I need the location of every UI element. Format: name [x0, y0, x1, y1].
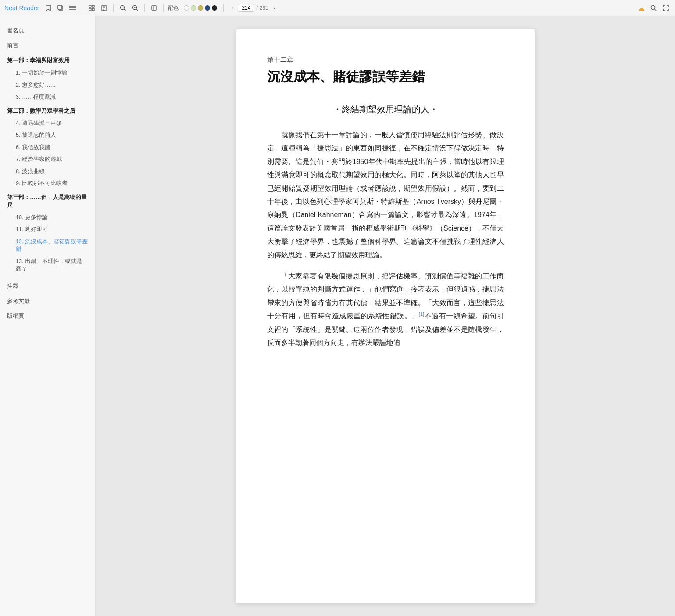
svg-rect-19	[152, 6, 156, 10]
sidebar-item-ch13[interactable]: 13. 出錯、不理性，或就是蠢？	[0, 256, 95, 275]
separator-1	[82, 4, 82, 12]
color-dots	[184, 5, 217, 11]
page-navigation: ‹ / 281 ›	[228, 4, 278, 12]
cloud-sync-icon[interactable]: ☁	[636, 3, 646, 13]
grid-icon[interactable]	[87, 3, 96, 13]
color-label: 配色	[168, 4, 179, 12]
sidebar-section-part3: 第三部：……但，人是萬物的量尺	[0, 190, 95, 212]
bookmark-icon[interactable]	[43, 3, 53, 13]
svg-rect-5	[89, 5, 91, 7]
svg-line-14	[124, 9, 126, 11]
sidebar-item-ch3[interactable]: 3. ……程度遞減	[0, 91, 95, 103]
menu-icon[interactable]	[68, 3, 78, 13]
page-size-icon[interactable]	[149, 3, 159, 13]
sidebar-item-preface[interactable]: 前言	[0, 38, 95, 53]
search-icon-1[interactable]	[118, 3, 128, 13]
topbar: Neat Reader 配色 ‹ / 281 ›	[0, 0, 675, 16]
app-title: Neat Reader	[4, 4, 39, 11]
color-dot-darkblue[interactable]	[205, 5, 210, 11]
svg-line-22	[655, 9, 657, 11]
color-dot-yellow[interactable]	[198, 5, 203, 11]
footnote-ref-1: [1]	[419, 311, 424, 317]
sidebar-item-ch12[interactable]: 12. 沉沒成本、賭徒謬誤等差錯	[0, 236, 95, 256]
separator-4	[163, 4, 164, 12]
sidebar-item-ch1[interactable]: 1. 一切始於一則悖論	[0, 67, 95, 79]
page-number-input[interactable]	[238, 4, 254, 12]
search-icon-2[interactable]	[130, 3, 140, 13]
sidebar-item-ch9[interactable]: 9. 比較那不可比較者	[0, 178, 95, 190]
separator-5	[223, 4, 224, 12]
next-page-button[interactable]: ›	[270, 4, 278, 12]
copy-icon[interactable]	[56, 3, 65, 13]
content-area[interactable]: 第十二章 沉沒成本、賭徒謬誤等差錯 ・終結期望效用理論的人・ 就像我們在第十一章…	[96, 16, 675, 616]
sidebar-item-refs[interactable]: 參考文獻	[0, 294, 95, 309]
doc-icon[interactable]	[99, 3, 109, 13]
sidebar-item-ch8[interactable]: 8. 波浪曲線	[0, 166, 95, 178]
separator-3	[144, 4, 145, 12]
sidebar-item-ch4[interactable]: 4. 遭遇學派三巨頭	[0, 118, 95, 130]
paragraph-2: 「大家靠著有限幾個捷思原則，把評估機率、預測價值等複雜的工作簡化，以較單純的判斷…	[267, 270, 504, 350]
sidebar-item-ch6[interactable]: 6. 我信故我賭	[0, 142, 95, 154]
color-dot-green[interactable]	[191, 5, 196, 11]
svg-rect-6	[92, 5, 94, 7]
page-content: 第十二章 沉沒成本、賭徒謬誤等差錯 ・終結期望效用理論的人・ 就像我們在第十一章…	[236, 29, 535, 603]
sidebar-item-copyright[interactable]: 版權頁	[0, 309, 95, 324]
sidebar-item-ch2[interactable]: 2. 愈多愈好……	[0, 79, 95, 92]
color-dot-black[interactable]	[212, 5, 217, 11]
sidebar-item-ch5[interactable]: 5. 被遺忘的前人	[0, 129, 95, 142]
sidebar-item-book-cover[interactable]: 書名頁	[0, 23, 95, 38]
svg-rect-8	[92, 8, 94, 11]
separator-2	[113, 4, 114, 12]
sidebar-section-part1: 第一部：幸福與財富效用	[0, 53, 95, 67]
section-header: ・終結期望效用理論的人・	[267, 103, 504, 115]
sidebar-item-ch11[interactable]: 11. 夠好即可	[0, 224, 95, 236]
svg-rect-1	[58, 5, 62, 9]
sidebar-section-part2: 第二部：數學乃眾學科之后	[0, 103, 95, 118]
prev-page-button[interactable]: ‹	[228, 4, 236, 12]
color-dot-white[interactable]	[184, 5, 189, 11]
page-total: 281	[260, 5, 268, 11]
paragraph-1: 就像我們在第十一章討論的，一般人習慣使用經驗法則評估形勢、做決定。這種稱為「捷思…	[267, 128, 504, 262]
page-separator: /	[256, 5, 257, 11]
sidebar-item-ch7[interactable]: 7. 經濟學家的遊戲	[0, 153, 95, 166]
sidebar-item-notes[interactable]: 注釋	[0, 279, 95, 294]
toolbar-right-icons: ☁	[636, 3, 671, 13]
svg-rect-7	[89, 8, 91, 11]
sidebar-item-ch10[interactable]: 10. 更多悖論	[0, 212, 95, 224]
fullscreen-icon[interactable]	[661, 3, 671, 13]
chapter-label: 第十二章	[267, 56, 504, 64]
sidebar: 書名頁 前言 第一部：幸福與財富效用 1. 一切始於一則悖論 2. 愈多愈好………	[0, 16, 96, 616]
chapter-title: 沉沒成本、賭徒謬誤等差錯	[267, 68, 504, 86]
right-search-icon[interactable]	[649, 3, 658, 13]
main-layout: 書名頁 前言 第一部：幸福與財富效用 1. 一切始於一則悖論 2. 愈多愈好………	[0, 16, 675, 616]
svg-line-16	[136, 9, 138, 11]
